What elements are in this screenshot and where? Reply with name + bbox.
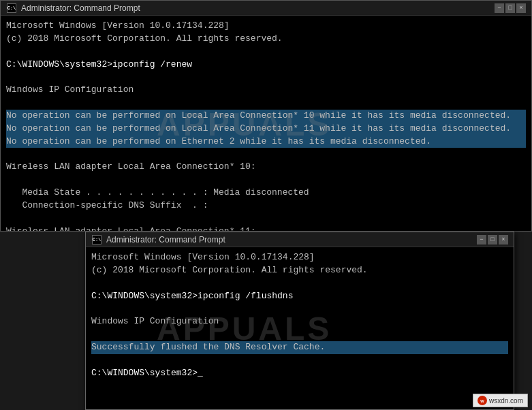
line-17: Wireless LAN adapter Local Area Connecti… — [6, 225, 526, 232]
line-6: Windows IP Configuration — [6, 84, 526, 97]
line-10: No operation can be performed on Etherne… — [6, 136, 526, 148]
bottom-cmd-content: Microsoft Windows [Version 10.0.17134.22… — [86, 247, 514, 409]
bottom-line-5 — [91, 302, 508, 315]
bottom-window-controls: − □ × — [477, 235, 508, 245]
line-8: No operation can be performed on Local A… — [6, 110, 526, 123]
bottom-line-8: Successfully flushed the DNS Resolver Ca… — [91, 341, 508, 354]
bottom-line-9 — [91, 354, 508, 367]
top-window-icon: C:\ — [6, 3, 17, 14]
bottom-line-7 — [91, 328, 508, 341]
line-7 — [6, 97, 526, 110]
maximize-button[interactable]: □ — [505, 3, 515, 13]
bottom-line-2: (c) 2018 Microsoft Corporation. All righ… — [91, 264, 508, 277]
wsxdn-url: wsxdn.com — [489, 397, 523, 405]
line-14: Media State . . . . . . . . . . . : Medi… — [6, 187, 526, 200]
bottom-close-button[interactable]: × — [499, 235, 508, 245]
line-16 — [6, 212, 526, 225]
minimize-button[interactable]: − — [495, 3, 504, 13]
bottom-minimize-button[interactable]: − — [477, 235, 486, 245]
line-12: Wireless LAN adapter Local Area Connecti… — [6, 161, 526, 174]
line-4: C:\WINDOWS\system32>ipconfig /renew — [6, 59, 526, 72]
line-2: (c) 2018 Microsoft Corporation. All righ… — [6, 33, 526, 46]
bottom-window-title: Administrator: Command Prompt — [106, 235, 473, 245]
line-3 — [6, 46, 526, 59]
top-cmd-content: Microsoft Windows [Version 10.0.17134.22… — [1, 16, 531, 231]
close-button[interactable]: × — [516, 3, 526, 13]
wsxdn-badge: w wsxdn.com — [473, 394, 528, 407]
top-window-title: Administrator: Command Prompt — [21, 3, 490, 13]
top-cmd-window: C:\ Administrator: Command Prompt − □ × … — [0, 0, 532, 232]
top-title-bar: C:\ Administrator: Command Prompt − □ × — [1, 1, 531, 16]
bottom-line-6: Windows IP Configuration — [91, 315, 508, 328]
bottom-line-4: C:\WINDOWS\system32>ipconfig /flushdns — [91, 290, 508, 303]
bottom-line-10: C:\WINDOWS\system32>_ — [91, 367, 508, 380]
line-11 — [6, 148, 526, 161]
cmd-logo-icon: C:\ — [7, 3, 16, 13]
bottom-title-bar: C:\ Administrator: Command Prompt − □ × — [86, 232, 514, 247]
wsxdn-logo-icon: w — [478, 396, 487, 405]
line-5 — [6, 71, 526, 84]
bottom-cmd-logo-icon: C:\ — [92, 235, 101, 245]
bottom-line-1: Microsoft Windows [Version 10.0.17134.22… — [91, 251, 508, 264]
line-15: Connection-specific DNS Suffix . : — [6, 200, 526, 212]
line-9: No operation can be performed on Local A… — [6, 123, 526, 136]
bottom-maximize-button[interactable]: □ — [488, 235, 497, 245]
bottom-cmd-window: C:\ Administrator: Command Prompt − □ × … — [85, 232, 514, 410]
bottom-window-icon: C:\ — [91, 234, 102, 245]
line-1: Microsoft Windows [Version 10.0.17134.22… — [6, 20, 526, 33]
line-13 — [6, 174, 526, 187]
top-window-controls: − □ × — [495, 3, 526, 13]
bottom-line-3 — [91, 277, 508, 290]
